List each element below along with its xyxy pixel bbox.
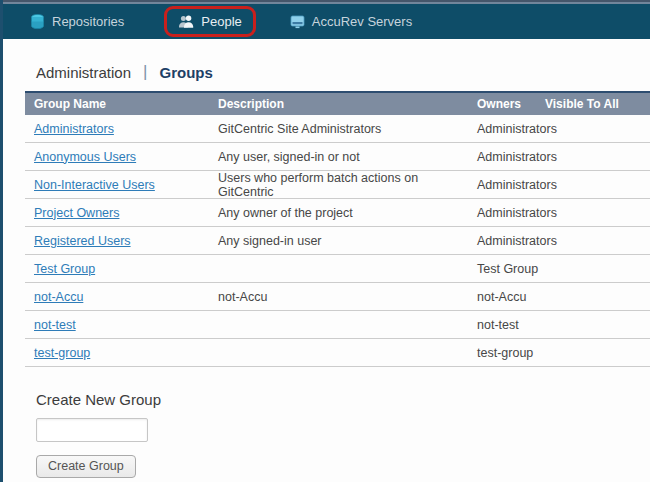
table-row: not-Accu not-Accu not-Accu	[25, 283, 650, 311]
group-description: GitCentric Site Administrators	[218, 122, 477, 136]
group-link[interactable]: Registered Users	[34, 234, 131, 248]
group-owners: Test Group	[477, 262, 545, 276]
new-group-name-input[interactable]	[36, 418, 148, 442]
page-title: Groups	[159, 64, 212, 81]
group-owners: test-group	[477, 346, 545, 360]
group-owners: Administrators	[477, 150, 545, 164]
groups-table-header: Group Name Description Owners Visible To…	[25, 91, 650, 115]
create-group-button[interactable]: Create Group	[36, 455, 136, 478]
gitcentric-admin-window: Repositories People	[0, 0, 650, 482]
table-row: test-group test-group	[25, 339, 650, 367]
column-header-visible-to-all: Visible To All	[545, 97, 650, 111]
group-owners: not-test	[477, 318, 545, 332]
breadcrumb-separator: |	[143, 62, 147, 82]
group-link[interactable]: Test Group	[34, 262, 95, 276]
table-row: Test Group Test Group	[25, 255, 650, 283]
column-header-group-name: Group Name	[25, 97, 218, 111]
group-link[interactable]: Project Owners	[34, 206, 119, 220]
table-row: Administrators GitCentric Site Administr…	[25, 115, 650, 143]
tab-people-label: People	[201, 14, 241, 29]
breadcrumb-section[interactable]: Administration	[36, 64, 131, 81]
group-link[interactable]: Anonymous Users	[34, 150, 136, 164]
group-link[interactable]: Non-Interactive Users	[34, 178, 155, 192]
group-link[interactable]: not-test	[34, 318, 76, 332]
server-icon	[290, 15, 305, 29]
people-icon	[178, 15, 194, 29]
table-row: Project Owners Any owner of the project …	[25, 199, 650, 227]
tab-people[interactable]: People	[178, 14, 241, 29]
tab-accurev-servers[interactable]: AccuRev Servers	[290, 14, 412, 29]
table-row: not-test not-test	[25, 311, 650, 339]
group-link[interactable]: Administrators	[34, 122, 114, 136]
create-new-group-heading: Create New Group	[36, 391, 650, 408]
column-header-owners: Owners	[477, 97, 545, 111]
table-row: Registered Users Any signed-in user Admi…	[25, 227, 650, 255]
group-owners: Administrators	[477, 122, 545, 136]
group-owners: Administrators	[477, 234, 545, 248]
people-tab-highlight-annotation: People	[164, 6, 255, 37]
tab-repositories[interactable]: Repositories	[30, 14, 124, 30]
breadcrumb: Administration | Groups	[36, 62, 650, 82]
group-description: Any user, signed-in or not	[218, 150, 477, 164]
group-description: not-Accu	[218, 290, 477, 304]
group-owners: Administrators	[477, 178, 545, 192]
groups-table: Group Name Description Owners Visible To…	[25, 91, 650, 367]
database-icon	[30, 14, 45, 30]
table-row: Non-Interactive Users Users who perform …	[25, 171, 650, 199]
group-description: Any signed-in user	[218, 234, 477, 248]
group-description: Any owner of the project	[218, 206, 477, 220]
group-description: Users who perform batch actions on GitCe…	[218, 171, 477, 199]
tab-accurev-servers-label: AccuRev Servers	[312, 14, 412, 29]
group-owners: not-Accu	[477, 290, 545, 304]
table-row: Anonymous Users Any user, signed-in or n…	[25, 143, 650, 171]
group-link[interactable]: not-Accu	[34, 290, 83, 304]
group-owners: Administrators	[477, 206, 545, 220]
column-header-description: Description	[218, 97, 477, 111]
group-link[interactable]: test-group	[34, 346, 90, 360]
tab-repositories-label: Repositories	[52, 14, 124, 29]
main-navbar: Repositories People	[3, 4, 650, 39]
